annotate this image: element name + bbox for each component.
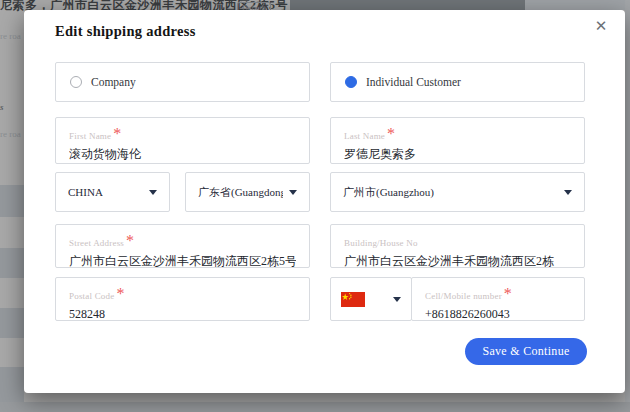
last-name-input[interactable]: [344, 147, 571, 162]
chevron-down-icon: [149, 190, 157, 195]
company-radio-label: Company: [91, 76, 136, 88]
background-text-fragment: re roa: [0, 31, 21, 41]
country-select[interactable]: CHINA: [55, 172, 170, 212]
edit-shipping-address-dialog: Edit shipping address ✕ Company Individu…: [24, 10, 625, 393]
company-radio-option[interactable]: Company: [55, 62, 310, 102]
building-house-no-field-box: Building/House No: [330, 224, 585, 268]
background-bottom-band: [0, 402, 630, 412]
radio-unchecked-icon[interactable]: [70, 76, 82, 88]
street-address-input[interactable]: [69, 254, 296, 269]
province-select-value: 广东省(Guangdong): [198, 185, 283, 200]
postal-code-input[interactable]: [69, 307, 296, 322]
dialog-title: Edit shipping address: [55, 23, 196, 40]
background-text-fragment: s: [0, 102, 4, 112]
radio-checked-icon[interactable]: [345, 76, 357, 88]
chevron-down-icon: [564, 190, 572, 195]
street-address-field-box: Street Address*: [55, 224, 310, 268]
building-house-no-input[interactable]: [344, 254, 571, 269]
close-icon[interactable]: ✕: [591, 16, 611, 36]
mobile-number-input[interactable]: [425, 307, 571, 322]
first-name-field-box: First Name*: [55, 117, 310, 164]
save-continue-button[interactable]: Save & Continue: [465, 338, 587, 365]
individual-customer-radio-option[interactable]: Individual Customer: [330, 62, 585, 102]
required-asterisk: *: [116, 285, 124, 302]
postal-code-label: Postal Code: [69, 291, 114, 301]
province-select[interactable]: 广东省(Guangdong): [185, 172, 310, 212]
required-asterisk: *: [113, 125, 121, 142]
country-select-value: CHINA: [68, 186, 103, 198]
postal-code-field-box: Postal Code*: [55, 277, 310, 321]
background-row-band: [0, 308, 24, 338]
chevron-down-icon: [289, 190, 297, 195]
city-select[interactable]: 广州市(Guangzhou): [330, 172, 585, 212]
background-row-band: [0, 248, 24, 278]
mobile-number-field-box: Cell/Mobile number*: [411, 277, 585, 321]
background-mid-band: [525, 0, 630, 10]
first-name-label: First Name: [69, 131, 111, 141]
street-address-label: Street Address: [69, 238, 124, 248]
china-flag-icon: [341, 292, 365, 307]
required-asterisk: *: [387, 125, 395, 142]
background-text-fragment: re roa: [0, 129, 21, 139]
building-house-no-label: Building/House No: [344, 238, 418, 248]
background-row-band: [0, 185, 24, 217]
background-dark-band: [290, 0, 525, 10]
last-name-label: Last Name: [344, 131, 385, 141]
last-name-field-box: Last Name*: [330, 117, 585, 164]
first-name-input[interactable]: [69, 147, 296, 162]
phone-country-select[interactable]: [330, 277, 412, 321]
city-select-value: 广州市(Guangzhou): [343, 185, 434, 200]
required-asterisk: *: [504, 285, 512, 302]
mobile-number-label: Cell/Mobile number: [425, 291, 502, 301]
chevron-down-icon: [393, 297, 401, 302]
individual-customer-radio-label: Individual Customer: [366, 76, 461, 88]
background-right-column: [625, 0, 630, 412]
required-asterisk: *: [126, 232, 134, 249]
